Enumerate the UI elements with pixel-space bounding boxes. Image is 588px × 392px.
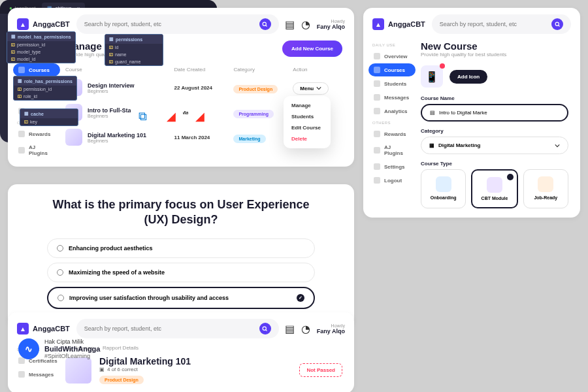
quiz-option-0[interactable]: Enhancing product aesthetics bbox=[47, 238, 315, 258]
sidebar-item-messages[interactable]: Messages bbox=[13, 368, 60, 381]
dropdown-item[interactable]: Students bbox=[287, 111, 327, 122]
row-menu-button[interactable]: Menu bbox=[293, 82, 329, 95]
chevron-down-icon bbox=[316, 86, 321, 91]
col-action: Action bbox=[293, 67, 342, 73]
er-table[interactable]: ▦cache ⚿key bbox=[20, 108, 78, 126]
sidebar-item-messages[interactable]: Messages bbox=[368, 91, 416, 104]
logo[interactable]: ▲ AnggaCBT bbox=[372, 18, 425, 30]
radio-icon bbox=[57, 269, 63, 276]
category-tag: Product Design bbox=[99, 376, 144, 384]
status-badge: Not Passed bbox=[299, 363, 342, 377]
sidebar-section-others: OTHERS bbox=[368, 118, 416, 127]
howdy-label: Howdy bbox=[317, 19, 345, 24]
page-title: New Course bbox=[421, 41, 568, 52]
category-tag: Programming bbox=[233, 110, 274, 118]
check-icon: ✓ bbox=[297, 294, 304, 302]
quiz-option-2[interactable]: Improving user satisfaction through usab… bbox=[47, 287, 315, 309]
category-select[interactable]: ▦Digital Marketing bbox=[421, 137, 568, 154]
search-bar[interactable] bbox=[432, 14, 571, 34]
type-job-ready[interactable]: Job-Ready bbox=[523, 169, 568, 208]
sidebar-section-daily: DAILY USE bbox=[368, 41, 416, 50]
er-table[interactable]: ▦role_has_permissions ⚿permission_id ⚿ro… bbox=[13, 76, 77, 101]
new-course-panel: ▲ AnggaCBT DAILY USE Overview Courses St… bbox=[363, 8, 580, 218]
dropdown-item[interactable]: Delete bbox=[287, 133, 327, 144]
logo[interactable]: ▲ AnggaCBT bbox=[17, 323, 70, 335]
user-menu[interactable]: Howdy Fany Alqo bbox=[317, 19, 345, 30]
logo-text: AnggaCBT bbox=[388, 20, 425, 28]
page-subtitle: Provide high quality for best students bbox=[421, 52, 568, 57]
sidebar-item-plugins[interactable]: AJ Plugins bbox=[13, 141, 60, 159]
search-bar[interactable] bbox=[76, 319, 279, 338]
add-course-button[interactable]: Add New Course bbox=[282, 41, 342, 57]
sidebar-item-analytics[interactable]: Analytics bbox=[368, 105, 416, 118]
logo-mark-icon: ▲ bbox=[372, 18, 384, 30]
sidebar-item-courses[interactable]: Courses bbox=[368, 63, 416, 76]
grid-icon: ▦ bbox=[429, 142, 434, 148]
username: Fany Alqo bbox=[317, 24, 345, 30]
course-name-input[interactable]: ▤ Intro to Digital Marke bbox=[421, 104, 568, 122]
watermark: ∿ Hak Cipta Milik BuildWithAngga #Spirit… bbox=[18, 338, 100, 359]
category-tag: Marketing bbox=[233, 135, 265, 143]
check-icon: ▣ bbox=[99, 367, 105, 372]
chevron-down-icon bbox=[555, 143, 560, 148]
svg-point-0 bbox=[263, 22, 266, 25]
search-input[interactable] bbox=[84, 21, 254, 27]
user-menu[interactable]: Howdy Fany Alqo bbox=[317, 323, 345, 335]
watermark-line3: #SpiritOfLearning bbox=[44, 353, 100, 359]
logo-text: AnggaCBT bbox=[33, 20, 70, 28]
logo-mark-icon: ▲ bbox=[17, 323, 29, 335]
svg-point-4 bbox=[263, 327, 266, 330]
type-onboarding[interactable]: Onboarding bbox=[421, 169, 466, 208]
radio-icon bbox=[57, 245, 63, 252]
col-category: Category bbox=[233, 67, 293, 73]
svg-point-2 bbox=[555, 22, 559, 25]
sidebar-item-overview[interactable]: Overview bbox=[368, 50, 416, 63]
type-cbt-module[interactable]: CBT Module bbox=[471, 169, 517, 208]
report-title: Digital Marketing 101 bbox=[99, 356, 291, 367]
logo-text: AnggaCBT bbox=[33, 325, 70, 333]
bwa-logo-icon: ∿ bbox=[18, 338, 39, 359]
watermark-line2: BuildWithAngga bbox=[44, 345, 100, 353]
sidebar-item-plugins[interactable]: AJ Plugins bbox=[368, 141, 416, 159]
quiz-question: What is the primary focus on User Experi… bbox=[47, 197, 315, 228]
er-table[interactable]: ▦permissions ⚿id ⚿name ⚿guard_name bbox=[105, 34, 163, 66]
date-cell: 11 March 2024 bbox=[174, 135, 234, 140]
clipboard-icon[interactable]: ▤ bbox=[286, 20, 295, 29]
add-icon-button[interactable]: Add Icon bbox=[449, 70, 487, 84]
search-icon[interactable] bbox=[259, 323, 271, 335]
clipboard-icon[interactable]: ▤ bbox=[286, 324, 295, 333]
svg-line-3 bbox=[558, 25, 559, 26]
sidebar-item-rewards[interactable]: Rewards bbox=[368, 127, 416, 140]
bell-icon[interactable]: ◔ bbox=[301, 20, 310, 29]
vscode-icon: ⧉ bbox=[131, 105, 154, 128]
watermark-line1: Hak Cipta Milik bbox=[44, 338, 100, 345]
search-input[interactable] bbox=[440, 21, 546, 27]
howdy-label: Howdy bbox=[317, 323, 345, 328]
quiz-option-1[interactable]: Maximizing the speed of a website bbox=[47, 263, 315, 282]
search-icon[interactable] bbox=[551, 18, 563, 30]
search-icon[interactable] bbox=[259, 18, 271, 30]
dropdown-item[interactable]: Manage bbox=[287, 100, 327, 111]
course-thumbnail bbox=[65, 357, 91, 384]
breadcrumb: My Courses / Rapport Details bbox=[65, 345, 342, 356]
sidebar-item-logout[interactable]: Logout bbox=[368, 174, 416, 187]
sidebar: DAILY USE Overview Courses Students Mess… bbox=[363, 41, 421, 218]
radio-icon bbox=[57, 295, 64, 301]
sidebar-item-students[interactable]: Students bbox=[368, 77, 416, 90]
er-table[interactable]: ▦model_has_permissions ⚿permission_id ⚿m… bbox=[7, 31, 76, 63]
search-input[interactable] bbox=[84, 325, 254, 332]
quiz-panel: What is the primary focus on User Experi… bbox=[8, 184, 354, 327]
er-canvas[interactable]: ▦model_has_permissions ⚿permission_id ⚿m… bbox=[0, 29, 217, 133]
username: Fany Alqo bbox=[317, 328, 345, 335]
svg-line-1 bbox=[266, 25, 267, 26]
course-icon-preview: 📱 bbox=[421, 65, 443, 88]
course-name-label: Course Name bbox=[421, 95, 568, 101]
score-text: 4 of 6 correct bbox=[107, 367, 138, 372]
bell-icon[interactable]: ◔ bbox=[301, 324, 310, 333]
note-icon: ▤ bbox=[430, 110, 435, 116]
sidebar-item-settings[interactable]: Settings bbox=[368, 160, 416, 173]
selected-badge-icon bbox=[507, 174, 514, 180]
dropdown-item[interactable]: Edit Course bbox=[287, 122, 327, 133]
course-name-value: Intro to Digital Marke bbox=[439, 110, 487, 116]
breadcrumb-item: Rapport Details bbox=[103, 345, 139, 351]
